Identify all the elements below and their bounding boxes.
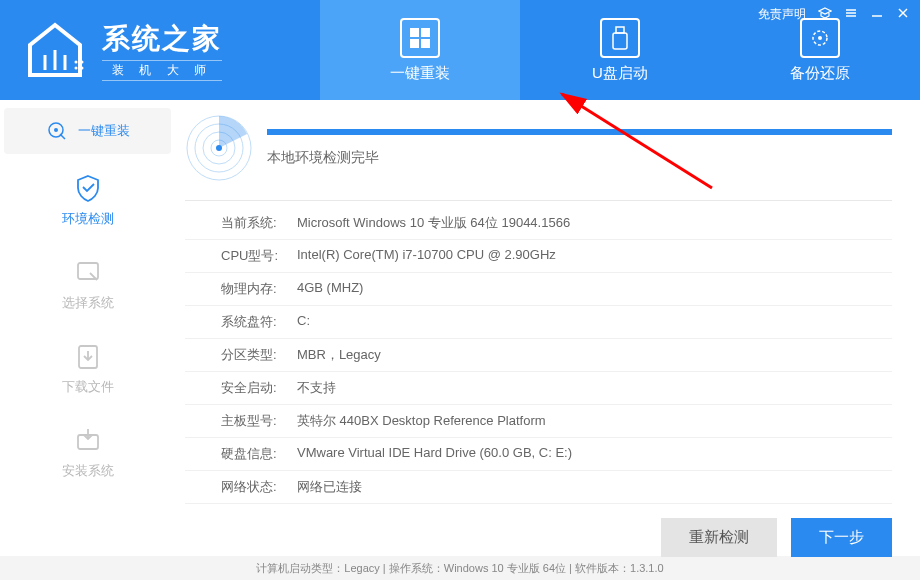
info-label: CPU型号: bbox=[221, 247, 297, 265]
tab-label: 一键重装 bbox=[390, 64, 450, 83]
next-button[interactable]: 下一步 bbox=[791, 518, 892, 557]
tab-one-click-install[interactable]: 一键重装 bbox=[320, 0, 520, 100]
info-value: 4GB (MHZ) bbox=[297, 280, 363, 298]
close-icon[interactable] bbox=[896, 6, 910, 23]
info-value: 网络已连接 bbox=[297, 478, 362, 496]
footer-text: 计算机启动类型：Legacy | 操作系统：Windows 10 专业版 64位… bbox=[256, 561, 663, 576]
info-label: 主板型号: bbox=[221, 412, 297, 430]
info-row-partition: 分区类型:MBR，Legacy bbox=[185, 339, 892, 372]
sidebar-label: 一键重装 bbox=[78, 122, 130, 140]
menu-icon[interactable] bbox=[844, 6, 858, 23]
info-row-os: 当前系统:Microsoft Windows 10 专业版 64位 19044.… bbox=[185, 207, 892, 240]
info-row-secureboot: 安全启动:不支持 bbox=[185, 372, 892, 405]
header: 系统之家 装 机 大 师 一键重装 U盘启动 备份还原 免责声明 bbox=[0, 0, 920, 100]
svg-rect-6 bbox=[410, 39, 419, 48]
svg-rect-4 bbox=[410, 28, 419, 37]
select-icon bbox=[72, 256, 104, 288]
svg-point-27 bbox=[216, 145, 222, 151]
windows-icon bbox=[400, 18, 440, 58]
svg-rect-20 bbox=[78, 263, 98, 279]
target-icon bbox=[46, 120, 68, 142]
detect-title: 本地环境检测完毕 bbox=[267, 149, 892, 167]
main-content: 本地环境检测完毕 当前系统:Microsoft Windows 10 专业版 6… bbox=[175, 100, 920, 556]
download-icon bbox=[72, 340, 104, 372]
svg-rect-8 bbox=[616, 27, 624, 33]
window-controls: 免责声明 bbox=[758, 6, 910, 23]
info-value: 英特尔 440BX Desktop Reference Platform bbox=[297, 412, 546, 430]
logo-title: 系统之家 bbox=[102, 20, 222, 58]
svg-rect-9 bbox=[613, 33, 627, 49]
radar-icon bbox=[185, 114, 253, 182]
sidebar-label: 下载文件 bbox=[62, 378, 114, 396]
svg-point-2 bbox=[75, 67, 78, 70]
info-row-cpu: CPU型号:Intel(R) Core(TM) i7-10700 CPU @ 2… bbox=[185, 240, 892, 273]
info-row-disk: 硬盘信息:VMware Virtual IDE Hard Drive (60.0… bbox=[185, 438, 892, 471]
info-label: 硬盘信息: bbox=[221, 445, 297, 463]
info-label: 网络状态: bbox=[221, 478, 297, 496]
sidebar-item-install[interactable]: 一键重装 bbox=[4, 108, 171, 154]
tab-label: 备份还原 bbox=[790, 64, 850, 83]
svg-point-3 bbox=[81, 67, 84, 70]
footer: 计算机启动类型：Legacy | 操作系统：Windows 10 专业版 64位… bbox=[0, 556, 920, 580]
sidebar-label: 安装系统 bbox=[62, 462, 114, 480]
info-value: Intel(R) Core(TM) i7-10700 CPU @ 2.90GHz bbox=[297, 247, 556, 265]
info-value: Microsoft Windows 10 专业版 64位 19044.1566 bbox=[297, 214, 570, 232]
info-label: 当前系统: bbox=[221, 214, 297, 232]
svg-point-11 bbox=[818, 36, 822, 40]
info-label: 系统盘符: bbox=[221, 313, 297, 331]
logo-subtitle: 装 机 大 师 bbox=[102, 60, 222, 81]
backup-icon bbox=[800, 18, 840, 58]
svg-point-0 bbox=[75, 61, 78, 64]
svg-point-19 bbox=[54, 128, 58, 132]
recheck-button[interactable]: 重新检测 bbox=[661, 518, 777, 557]
info-row-drive: 系统盘符:C: bbox=[185, 306, 892, 339]
sidebar-item-detect[interactable]: 环境检测 bbox=[0, 158, 175, 242]
info-row-network: 网络状态:网络已连接 bbox=[185, 471, 892, 504]
usb-icon bbox=[600, 18, 640, 58]
info-label: 物理内存: bbox=[221, 280, 297, 298]
svg-point-1 bbox=[81, 61, 84, 64]
info-value: 不支持 bbox=[297, 379, 336, 397]
info-row-memory: 物理内存:4GB (MHZ) bbox=[185, 273, 892, 306]
info-value: MBR，Legacy bbox=[297, 346, 381, 364]
progress-bar bbox=[267, 129, 892, 135]
svg-rect-7 bbox=[421, 39, 430, 48]
info-value: VMware Virtual IDE Hard Drive (60.0 GB, … bbox=[297, 445, 572, 463]
minimize-icon[interactable] bbox=[870, 6, 884, 23]
sidebar-item-select[interactable]: 选择系统 bbox=[0, 242, 175, 326]
sidebar-label: 选择系统 bbox=[62, 294, 114, 312]
info-value: C: bbox=[297, 313, 310, 331]
logo-section: 系统之家 装 机 大 师 bbox=[0, 20, 320, 81]
info-label: 安全启动: bbox=[221, 379, 297, 397]
sidebar-label: 环境检测 bbox=[62, 210, 114, 228]
graduation-icon[interactable] bbox=[818, 6, 832, 23]
sidebar-item-install-system[interactable]: 安装系统 bbox=[0, 410, 175, 494]
sidebar-item-download[interactable]: 下载文件 bbox=[0, 326, 175, 410]
sidebar: 一键重装 环境检测 选择系统 下载文件 安装系统 bbox=[0, 100, 175, 556]
tab-label: U盘启动 bbox=[592, 64, 648, 83]
svg-rect-5 bbox=[421, 28, 430, 37]
info-label: 分区类型: bbox=[221, 346, 297, 364]
divider bbox=[185, 200, 892, 201]
disclaimer-link[interactable]: 免责声明 bbox=[758, 6, 806, 23]
install-icon bbox=[72, 424, 104, 456]
info-row-motherboard: 主板型号:英特尔 440BX Desktop Reference Platfor… bbox=[185, 405, 892, 438]
logo-icon bbox=[20, 20, 90, 80]
shield-check-icon bbox=[72, 172, 104, 204]
tab-usb-boot[interactable]: U盘启动 bbox=[520, 0, 720, 100]
